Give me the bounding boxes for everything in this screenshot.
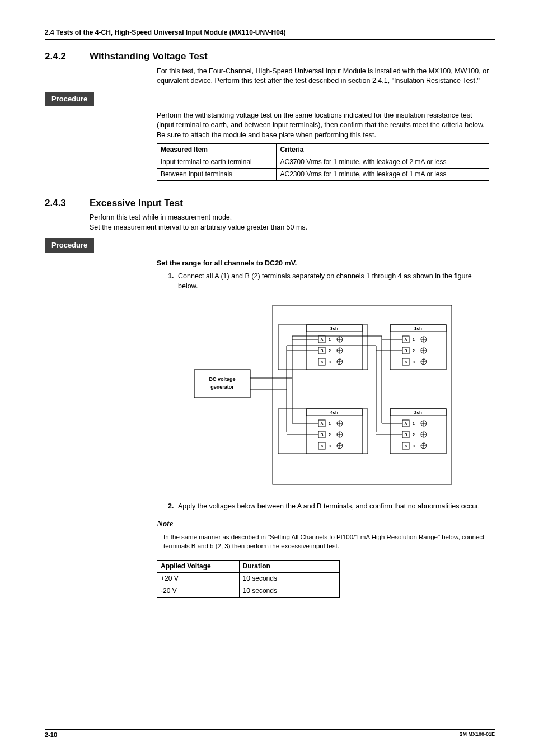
svg-text:1: 1 bbox=[329, 338, 331, 342]
svg-text:A: A bbox=[404, 422, 407, 426]
section-number: 2.4.2 bbox=[45, 50, 90, 63]
procedure-text-2: Be sure to attach the module and base pl… bbox=[157, 130, 489, 141]
page-header: 2.4 Tests of the 4-CH, High-Speed Univer… bbox=[45, 28, 495, 40]
svg-text:B: B bbox=[404, 349, 407, 353]
table-header: Applied Voltage bbox=[157, 561, 240, 573]
note-rule bbox=[157, 531, 489, 531]
svg-text:2ch: 2ch bbox=[414, 410, 422, 415]
svg-text:b: b bbox=[321, 360, 323, 364]
wiring-diagram: DC voltage generator 3ch bbox=[189, 302, 457, 491]
svg-text:1: 1 bbox=[413, 422, 415, 426]
svg-text:b: b bbox=[405, 444, 407, 448]
svg-text:A: A bbox=[320, 422, 323, 426]
svg-text:3: 3 bbox=[413, 360, 415, 364]
svg-text:B: B bbox=[320, 349, 323, 353]
section-intro: Perform this test while in measurement m… bbox=[90, 213, 495, 223]
table-row: Between input terminals AC2300 Vrms for … bbox=[157, 168, 489, 180]
table-row: +20 V 10 seconds bbox=[157, 573, 340, 585]
note-rule bbox=[157, 552, 489, 552]
section-intro: Set the measurement interval to an arbit… bbox=[90, 223, 495, 233]
svg-text:2: 2 bbox=[329, 349, 331, 353]
svg-text:DC voltage: DC voltage bbox=[209, 376, 235, 382]
note-label: Note bbox=[157, 518, 489, 530]
section-242-heading: 2.4.2 Withstanding Voltage Test bbox=[45, 50, 495, 63]
withstanding-voltage-table: Measured Item Criteria Input terminal to… bbox=[157, 143, 489, 180]
svg-text:3: 3 bbox=[413, 444, 415, 448]
section-242-intro: For this test, the Four-Channel, High-Sp… bbox=[157, 67, 489, 86]
table-header: Duration bbox=[239, 561, 339, 573]
svg-text:b: b bbox=[405, 360, 407, 364]
procedure-label: Procedure bbox=[45, 92, 94, 106]
svg-text:1: 1 bbox=[413, 338, 415, 342]
step-number: 1. bbox=[168, 272, 178, 291]
doc-id: SM MX100-01E bbox=[459, 731, 495, 739]
procedure-text: Perform the withstanding voltage test on… bbox=[157, 111, 489, 130]
svg-text:1ch: 1ch bbox=[414, 326, 422, 331]
svg-text:2: 2 bbox=[413, 433, 415, 437]
svg-text:1: 1 bbox=[329, 422, 331, 426]
svg-text:A: A bbox=[404, 338, 407, 342]
note-text: In the same manner as described in "Sett… bbox=[157, 533, 489, 550]
section-243-heading: 2.4.3 Excessive Input Test bbox=[45, 197, 495, 210]
svg-rect-6 bbox=[194, 370, 250, 398]
table-header: Criteria bbox=[277, 144, 489, 156]
procedure-label: Procedure bbox=[45, 238, 94, 253]
table-header: Measured Item bbox=[157, 144, 277, 156]
svg-text:generator: generator bbox=[210, 384, 234, 390]
section-title: Withstanding Voltage Test bbox=[90, 50, 208, 63]
step-text: Apply the voltages below between the A a… bbox=[178, 502, 480, 512]
svg-text:4ch: 4ch bbox=[330, 410, 338, 415]
svg-text:3: 3 bbox=[329, 360, 331, 364]
svg-text:B: B bbox=[320, 433, 323, 437]
section-number: 2.4.3 bbox=[45, 197, 90, 210]
step-number: 2. bbox=[168, 502, 178, 512]
svg-text:2: 2 bbox=[413, 349, 415, 353]
procedure-subheading: Set the range for all channels to DC20 m… bbox=[157, 259, 489, 269]
page-footer: 2-10 SM MX100-01E bbox=[45, 729, 495, 739]
svg-text:b: b bbox=[321, 444, 323, 448]
svg-text:2: 2 bbox=[329, 433, 331, 437]
section-title: Excessive Input Test bbox=[90, 197, 183, 210]
page-number: 2-10 bbox=[45, 731, 57, 739]
svg-text:3: 3 bbox=[329, 444, 331, 448]
svg-text:A: A bbox=[320, 338, 323, 342]
applied-voltage-table: Applied Voltage Duration +20 V 10 second… bbox=[157, 560, 340, 597]
table-row: -20 V 10 seconds bbox=[157, 585, 340, 597]
step-text: Connect all A (1) and B (2) terminals se… bbox=[178, 272, 489, 291]
table-row: Input terminal to earth terminal AC3700 … bbox=[157, 156, 489, 169]
svg-text:B: B bbox=[404, 433, 407, 437]
svg-text:3ch: 3ch bbox=[330, 326, 338, 331]
